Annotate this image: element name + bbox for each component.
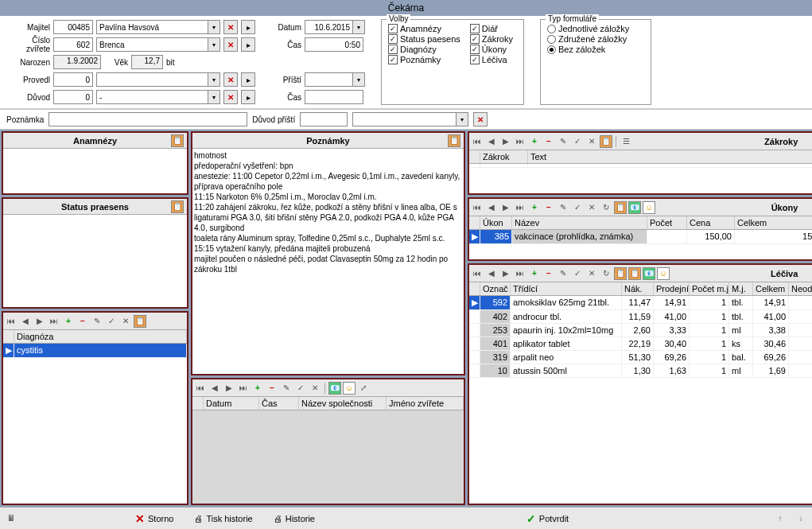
duvod-pristi-combo[interactable]: ▾ (456, 112, 468, 126)
owner-del[interactable]: ✕ (223, 20, 238, 34)
remove-icon[interactable]: − (542, 201, 555, 214)
nav-next-icon[interactable]: ▶ (499, 135, 512, 148)
anamnezy-icon[interactable]: 📋 (171, 134, 184, 147)
zakrok-col1[interactable]: Zákrok (480, 150, 528, 163)
provedl-name[interactable] (96, 72, 208, 87)
animal-del[interactable]: ✕ (223, 37, 238, 52)
poznamky-icon[interactable]: 📋 (448, 134, 460, 147)
nav-prev-icon[interactable]: ◀ (485, 201, 498, 214)
smiley-icon[interactable]: ☺ (343, 382, 355, 395)
ok-icon[interactable]: ✓ (571, 201, 584, 214)
chk-anamnezy[interactable]: ✓ (388, 24, 398, 33)
duvod-id[interactable] (53, 90, 93, 104)
nav-prev-icon[interactable]: ◀ (208, 382, 221, 395)
cancel-icon[interactable]: ✕ (119, 315, 132, 328)
leciva-row[interactable]: 10 atussin 500ml 1,30 1,63 1 ml 1,69 (469, 364, 812, 378)
clipboard-icon[interactable]: 📋 (614, 267, 627, 280)
duvod-del[interactable]: ✕ (223, 90, 238, 104)
pristi-combo[interactable]: ▾ (352, 72, 365, 87)
nav-prev-icon[interactable]: ◀ (485, 267, 498, 280)
chk-ukony[interactable]: ✓ (470, 45, 480, 54)
animal-id[interactable] (53, 37, 93, 52)
nav-last-icon[interactable]: ⏭ (514, 267, 526, 280)
cancel-icon[interactable]: ✕ (309, 382, 321, 395)
chk-diar[interactable]: ✓ (470, 24, 480, 33)
smiley-icon[interactable]: ☺ (643, 201, 655, 214)
provedl-add[interactable]: ▸ (241, 72, 255, 87)
remove-icon[interactable]: − (76, 315, 89, 328)
ukony-row[interactable]: ▶ 385 vakcinace (prohlídka, známka) 150,… (469, 230, 812, 244)
radio-bez[interactable] (547, 45, 556, 54)
add-icon[interactable]: + (528, 201, 541, 214)
send-icon[interactable]: 📧 (643, 267, 655, 280)
hist-col-animal[interactable]: Jméno zvířete (387, 397, 464, 410)
remove-icon[interactable]: − (266, 382, 278, 395)
send-icon[interactable]: 📧 (328, 382, 341, 395)
nav-last-icon[interactable]: ⏭ (514, 201, 526, 214)
expand-icon[interactable]: ⤢ (357, 382, 370, 395)
leciva-row[interactable]: 401 aplikator tablet 22,19 30,40 1 ks 30… (469, 337, 812, 351)
edit-icon[interactable]: ✎ (557, 201, 569, 214)
refresh-icon[interactable]: ↻ (600, 267, 612, 280)
status-body[interactable] (3, 215, 187, 307)
cas[interactable] (305, 37, 363, 52)
duvod-pristi-del[interactable]: ✕ (473, 112, 488, 126)
cancel-icon[interactable]: ✕ (585, 201, 598, 214)
nav-next-icon[interactable]: ▶ (33, 315, 46, 328)
provedl-combo[interactable]: ▾ (208, 72, 220, 87)
storno-button[interactable]: ✕Storno (129, 511, 180, 527)
nav-first-icon[interactable]: ⏮ (5, 315, 17, 328)
animal-add[interactable]: ▸ (241, 37, 255, 52)
edit-icon[interactable]: ✎ (557, 135, 569, 148)
owner-combo[interactable]: ▾ (208, 20, 220, 34)
anamnezy-body[interactable] (3, 149, 187, 193)
duvod-pristi-id[interactable] (300, 112, 348, 126)
ok-icon[interactable]: ✓ (571, 135, 584, 148)
chk-poznamky[interactable]: ✓ (388, 55, 398, 64)
clipboard-icon[interactable]: 📋 (614, 201, 627, 214)
pristi[interactable] (305, 72, 352, 87)
radio-jednot[interactable] (547, 25, 556, 33)
add-icon[interactable]: + (528, 267, 541, 280)
datum-combo[interactable]: ▾ (352, 20, 365, 34)
datum[interactable] (305, 20, 352, 34)
ok-icon[interactable]: ✓ (105, 315, 118, 328)
tisk-button[interactable]: 🖨Tisk historie (188, 512, 258, 525)
historie-button[interactable]: 🖨Historie (267, 512, 321, 525)
diag-row[interactable]: ▶cystitis (3, 344, 187, 358)
chk-diagnozy[interactable]: ✓ (388, 45, 398, 54)
ok-icon[interactable]: ✓ (571, 267, 584, 280)
chk-status[interactable]: ✓ (388, 34, 398, 44)
leciva-row[interactable]: ▶ 592 amoksiklav 625mg 21tbl. 11,47 14,9… (469, 296, 812, 310)
smiley-icon[interactable]: ☺ (657, 267, 670, 280)
duvod-pristi-text[interactable] (352, 112, 456, 126)
duvod-combo[interactable]: ▾ (208, 90, 220, 104)
filter-icon[interactable]: ☰ (620, 135, 632, 148)
edit-icon[interactable]: ✎ (280, 382, 293, 395)
down-icon[interactable]: ↓ (795, 512, 807, 525)
clipboard-icon[interactable]: 📋 (134, 315, 146, 328)
leciva-row[interactable]: 402 androcur tbl. 11,59 41,00 1 tbl. 41,… (469, 310, 812, 324)
clipboard2-icon[interactable]: 📋 (628, 267, 641, 280)
provedl-del[interactable]: ✕ (223, 72, 238, 87)
chk-zakroky[interactable]: ✓ (470, 34, 480, 44)
nav-last-icon[interactable]: ⏭ (514, 135, 526, 148)
nav-last-icon[interactable]: ⏭ (48, 315, 60, 328)
add-icon[interactable]: + (251, 382, 264, 395)
animal-name[interactable] (96, 37, 208, 52)
add-icon[interactable]: + (528, 135, 541, 148)
duvod-add[interactable]: ▸ (241, 90, 255, 104)
clipboard-icon[interactable]: 📋 (600, 135, 612, 148)
edit-icon[interactable]: ✎ (91, 315, 103, 328)
hist-col-time[interactable]: Čas (259, 397, 299, 410)
ok-icon[interactable]: ✓ (294, 382, 307, 395)
poznamky-body[interactable]: hmotnost předoperační vyšetření: bpn ane… (192, 149, 464, 374)
nav-first-icon[interactable]: ⏮ (471, 267, 484, 280)
nav-next-icon[interactable]: ▶ (223, 382, 235, 395)
nav-first-icon[interactable]: ⏮ (471, 201, 484, 214)
diag-col[interactable]: Diagnóza (14, 330, 187, 343)
edit-icon[interactable]: ✎ (557, 267, 569, 280)
chk-leciva[interactable]: ✓ (470, 55, 480, 64)
duvod-text[interactable] (96, 90, 208, 104)
radio-zdruz[interactable] (547, 35, 556, 44)
